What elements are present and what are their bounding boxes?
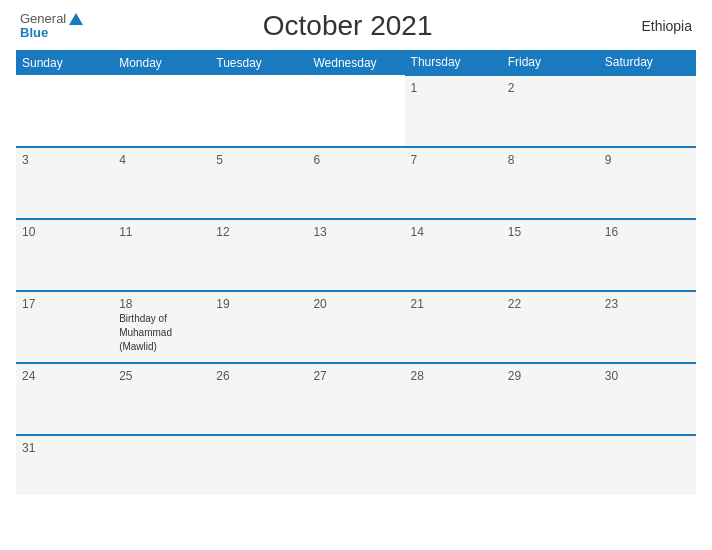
calendar-title: October 2021 [83, 10, 612, 42]
day-number: 27 [313, 369, 398, 383]
calendar-cell: 7 [405, 147, 502, 219]
day-number: 7 [411, 153, 496, 167]
day-number: 13 [313, 225, 398, 239]
day-number: 5 [216, 153, 301, 167]
calendar-cell [502, 435, 599, 495]
calendar-container: General Blue October 2021 Ethiopia Sunda… [0, 0, 712, 550]
day-number: 18 [119, 297, 204, 311]
calendar-week-row: 10111213141516 [16, 219, 696, 291]
calendar-cell: 24 [16, 363, 113, 435]
calendar-cell: 31 [16, 435, 113, 495]
calendar-cell: 26 [210, 363, 307, 435]
day-number: 29 [508, 369, 593, 383]
calendar-cell: 28 [405, 363, 502, 435]
header-sunday: Sunday [16, 50, 113, 75]
calendar-cell [210, 75, 307, 147]
calendar-cell: 19 [210, 291, 307, 363]
holiday-label: Birthday of Muhammad (Mawlid) [119, 313, 172, 352]
calendar-cell [113, 75, 210, 147]
day-number: 28 [411, 369, 496, 383]
day-number: 2 [508, 81, 593, 95]
calendar-cell: 25 [113, 363, 210, 435]
day-number: 17 [22, 297, 107, 311]
calendar-cell: 11 [113, 219, 210, 291]
calendar-cell [113, 435, 210, 495]
day-number: 14 [411, 225, 496, 239]
calendar-cell [599, 75, 696, 147]
day-number: 22 [508, 297, 593, 311]
calendar-cell: 29 [502, 363, 599, 435]
calendar-cell: 4 [113, 147, 210, 219]
calendar-cell: 21 [405, 291, 502, 363]
day-number: 10 [22, 225, 107, 239]
calendar-cell [210, 435, 307, 495]
calendar-cell: 5 [210, 147, 307, 219]
calendar-cell [16, 75, 113, 147]
calendar-cell [307, 435, 404, 495]
calendar-cell: 2 [502, 75, 599, 147]
calendar-cell: 13 [307, 219, 404, 291]
header-thursday: Thursday [405, 50, 502, 75]
calendar-cell: 16 [599, 219, 696, 291]
logo-triangle-icon [69, 13, 83, 25]
country-label: Ethiopia [612, 18, 692, 34]
calendar-cell: 8 [502, 147, 599, 219]
logo: General Blue [20, 12, 83, 41]
calendar-cell: 10 [16, 219, 113, 291]
logo-general-text: General [20, 12, 66, 26]
day-number: 1 [411, 81, 496, 95]
calendar-cell: 20 [307, 291, 404, 363]
header-friday: Friday [502, 50, 599, 75]
day-number: 23 [605, 297, 690, 311]
day-number: 25 [119, 369, 204, 383]
day-number: 20 [313, 297, 398, 311]
day-number: 26 [216, 369, 301, 383]
day-number: 6 [313, 153, 398, 167]
day-number: 11 [119, 225, 204, 239]
calendar-week-row: 31 [16, 435, 696, 495]
calendar-cell [599, 435, 696, 495]
calendar-cell: 1 [405, 75, 502, 147]
calendar-cell [405, 435, 502, 495]
calendar-cell: 18Birthday of Muhammad (Mawlid) [113, 291, 210, 363]
calendar-cell: 17 [16, 291, 113, 363]
calendar-cell: 30 [599, 363, 696, 435]
day-number: 31 [22, 441, 107, 455]
day-number: 19 [216, 297, 301, 311]
calendar-week-row: 3456789 [16, 147, 696, 219]
header-wednesday: Wednesday [307, 50, 404, 75]
day-number: 24 [22, 369, 107, 383]
calendar-week-row: 1718Birthday of Muhammad (Mawlid)1920212… [16, 291, 696, 363]
day-number: 4 [119, 153, 204, 167]
calendar-week-row: 24252627282930 [16, 363, 696, 435]
header-saturday: Saturday [599, 50, 696, 75]
header-monday: Monday [113, 50, 210, 75]
calendar-cell: 23 [599, 291, 696, 363]
calendar-cell: 27 [307, 363, 404, 435]
calendar-cell: 12 [210, 219, 307, 291]
day-number: 16 [605, 225, 690, 239]
logo-blue-text: Blue [20, 26, 83, 40]
day-number: 21 [411, 297, 496, 311]
day-number: 12 [216, 225, 301, 239]
calendar-cell: 22 [502, 291, 599, 363]
header-tuesday: Tuesday [210, 50, 307, 75]
day-number: 15 [508, 225, 593, 239]
weekday-header-row: Sunday Monday Tuesday Wednesday Thursday… [16, 50, 696, 75]
calendar-header: General Blue October 2021 Ethiopia [16, 10, 696, 42]
calendar-cell: 3 [16, 147, 113, 219]
day-number: 30 [605, 369, 690, 383]
day-number: 3 [22, 153, 107, 167]
calendar-cell: 9 [599, 147, 696, 219]
calendar-cell: 14 [405, 219, 502, 291]
calendar-cell: 15 [502, 219, 599, 291]
day-number: 8 [508, 153, 593, 167]
calendar-cell: 6 [307, 147, 404, 219]
calendar-cell [307, 75, 404, 147]
calendar-week-row: 12 [16, 75, 696, 147]
calendar-grid: Sunday Monday Tuesday Wednesday Thursday… [16, 50, 696, 495]
day-number: 9 [605, 153, 690, 167]
